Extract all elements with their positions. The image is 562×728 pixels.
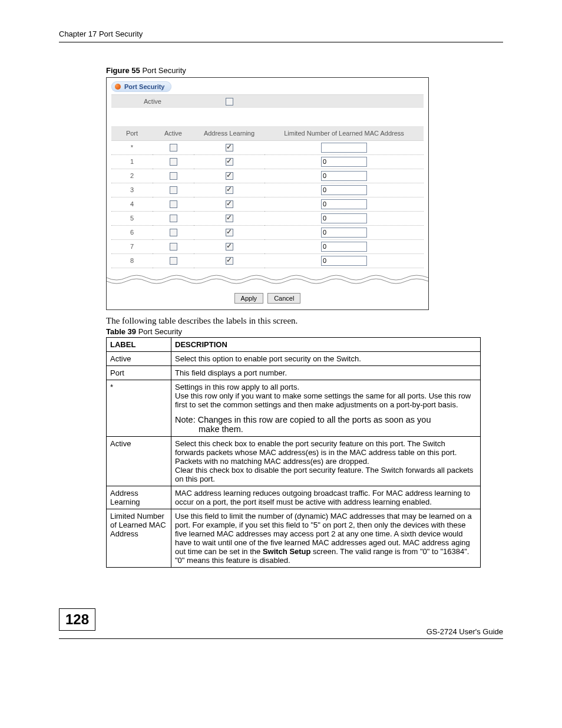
cell-label: Active	[107, 436, 171, 486]
col-port: Port	[111, 126, 153, 140]
learning-cell	[194, 169, 265, 183]
note-line: Note: Changes in this row are copied to …	[175, 415, 431, 424]
table-row: 5	[111, 211, 424, 225]
active-cell	[153, 169, 194, 183]
port-cell: 6	[111, 225, 153, 239]
row-limit-input[interactable]	[321, 228, 367, 238]
active-cell	[153, 154, 194, 169]
table-row: Limited Number of Learned MAC Address Us…	[107, 509, 481, 567]
table-row: 8	[111, 253, 424, 268]
col-active: Active	[153, 126, 194, 140]
table-row: *	[111, 140, 424, 154]
row-active-checkbox[interactable]	[170, 229, 177, 236]
panel-title: Port Security	[124, 83, 164, 90]
row-learning-checkbox[interactable]	[226, 243, 233, 251]
cell-desc: Use this field to limit the number of (d…	[171, 509, 481, 567]
learning-cell	[194, 225, 265, 239]
global-active-label: Active	[111, 98, 194, 105]
row-active-checkbox[interactable]	[170, 257, 177, 265]
row-limit-input[interactable]	[321, 213, 367, 223]
page-number: 128	[59, 608, 95, 631]
port-cell: 4	[111, 197, 153, 211]
row-learning-checkbox[interactable]	[226, 257, 233, 265]
cancel-button[interactable]: Cancel	[267, 293, 300, 304]
para: Clear this check box to disable the port…	[175, 466, 473, 483]
figure-number: Figure 55	[106, 66, 140, 75]
port-security-screenshot: Port Security Active Port Active Address…	[106, 77, 429, 310]
para: Settings in this row apply to all ports.	[175, 383, 299, 391]
row-active-checkbox[interactable]	[170, 186, 177, 194]
description-table: LABEL DESCRIPTION Active Select this opt…	[106, 337, 481, 568]
table-row: 4	[111, 197, 424, 211]
learning-cell	[194, 211, 265, 225]
desc-header-description: DESCRIPTION	[171, 337, 481, 351]
port-cell: 5	[111, 211, 153, 225]
active-cell	[153, 197, 194, 211]
row-active-checkbox[interactable]	[170, 243, 177, 251]
row-active-checkbox[interactable]	[170, 200, 177, 208]
limit-cell	[265, 225, 424, 239]
cell-desc: MAC address learning reduces outgoing br…	[171, 486, 481, 509]
desc-header-label: LABEL	[107, 337, 171, 351]
row-active-checkbox[interactable]	[170, 158, 177, 166]
row-limit-input[interactable]	[321, 171, 367, 181]
cell-desc: Settings in this row apply to all ports.…	[171, 380, 481, 436]
global-active-checkbox[interactable]	[226, 98, 233, 106]
row-learning-checkbox[interactable]	[226, 215, 233, 222]
row-active-checkbox[interactable]	[170, 215, 177, 222]
cell-desc: Select this option to enable port securi…	[171, 351, 481, 365]
port-cell: 8	[111, 253, 153, 268]
cell-desc: Select this check box to enable the port…	[171, 436, 481, 486]
port-cell: 1	[111, 154, 153, 169]
active-cell	[153, 183, 194, 197]
row-limit-input[interactable]	[321, 157, 367, 167]
cell-label: Address Learning	[107, 486, 171, 509]
limit-cell	[265, 169, 424, 183]
limit-cell	[265, 183, 424, 197]
cell-label: Active	[107, 351, 171, 365]
limit-cell	[265, 140, 424, 154]
table-caption: Table 39 Port Security	[106, 327, 503, 336]
limit-cell	[265, 211, 424, 225]
table-row: Port This field displays a port number.	[107, 365, 481, 380]
row-learning-checkbox[interactable]	[226, 144, 233, 151]
table-row: 3	[111, 183, 424, 197]
row-limit-input[interactable]	[321, 256, 367, 266]
row-limit-input[interactable]	[321, 143, 367, 153]
cell-desc: This field displays a port number.	[171, 365, 481, 380]
chapter-header: Chapter 17 Port Security	[59, 29, 503, 42]
apply-button[interactable]: Apply	[234, 293, 264, 304]
torn-edge	[107, 274, 428, 285]
row-limit-input[interactable]	[321, 199, 367, 209]
limit-cell	[265, 253, 424, 268]
table-number: Table 39	[106, 327, 136, 336]
learning-cell	[194, 239, 265, 253]
row-limit-input[interactable]	[321, 185, 367, 195]
row-active-checkbox[interactable]	[170, 144, 177, 151]
port-cell: 7	[111, 239, 153, 253]
active-cell	[153, 253, 194, 268]
row-learning-checkbox[interactable]	[226, 172, 233, 180]
cell-label: Limited Number of Learned MAC Address	[107, 509, 171, 567]
panel-title-dot-icon	[115, 84, 121, 90]
col-limited: Limited Number of Learned MAC Address	[265, 126, 424, 140]
para: Use this row only if you want to make so…	[175, 391, 471, 409]
intro-line: The following table describes the labels…	[106, 316, 503, 326]
row-active-checkbox[interactable]	[170, 172, 177, 180]
note-text: Note: Changes in this row are copied to …	[175, 409, 477, 434]
row-learning-checkbox[interactable]	[226, 158, 233, 166]
table-row: Address Learning MAC address learning re…	[107, 486, 481, 509]
limit-cell	[265, 197, 424, 211]
port-cell: *	[111, 140, 153, 154]
table-row: Active Select this check box to enable t…	[107, 436, 481, 486]
para: Select this check box to enable the port…	[175, 439, 457, 466]
row-learning-checkbox[interactable]	[226, 186, 233, 194]
panel-title-pill: Port Security	[111, 81, 171, 92]
bold: Switch Setup	[263, 547, 311, 556]
active-cell	[153, 211, 194, 225]
row-learning-checkbox[interactable]	[226, 200, 233, 208]
active-cell	[153, 140, 194, 154]
row-learning-checkbox[interactable]	[226, 229, 233, 236]
row-limit-input[interactable]	[321, 242, 367, 252]
figure-caption: Figure 55 Port Security	[106, 66, 503, 75]
